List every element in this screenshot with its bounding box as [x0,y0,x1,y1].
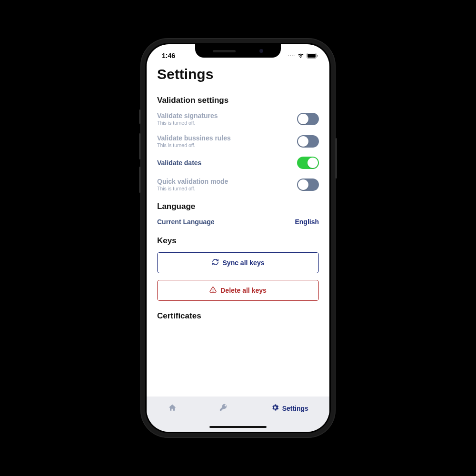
label-validate-dates: Validate dates [157,159,297,167]
refresh-icon [212,258,219,267]
key-icon [219,403,228,414]
battery-icon [307,53,318,59]
toggle-quick-validation[interactable] [297,178,319,191]
row-quick-validation[interactable]: Quick validation mode This is turned off… [157,178,319,191]
section-certificates: Certificates [157,311,319,321]
section-language: Language [157,202,319,211]
phone-frame: 1:46 ···· Settings Validation settings [140,38,336,438]
delete-keys-button[interactable]: Delete all keys [157,280,319,301]
sync-keys-label: Sync all keys [223,259,265,267]
language-value: English [295,218,319,226]
section-keys: Keys [157,236,319,246]
home-indicator[interactable] [209,426,267,428]
toggle-validate-rules[interactable] [297,135,319,148]
svg-point-4 [213,291,213,291]
sync-keys-button[interactable]: Sync all keys [157,252,319,273]
delete-keys-label: Delete all keys [220,287,267,294]
warning-icon [209,286,217,295]
gear-icon [271,403,279,413]
wifi-icon [297,53,305,59]
label-validate-signatures: Validate signatures [157,112,297,119]
row-validate-dates[interactable]: Validate dates [157,157,319,169]
tab-settings[interactable]: Settings [271,403,308,413]
tab-home[interactable] [168,403,177,414]
tab-settings-label: Settings [282,405,308,412]
label-validate-rules: Validate bussines rules [157,134,297,142]
svg-rect-1 [307,54,316,58]
sub-quick-validation: This is turned off. [157,186,297,191]
section-validation: Validation settings [157,96,319,105]
tab-keys[interactable] [219,403,228,414]
home-icon [168,403,177,414]
status-time: 1:46 [162,52,175,60]
page-title: Settings [157,66,319,82]
sub-validate-signatures: This is turned off. [157,120,297,126]
screen: 1:46 ···· Settings Validation settings [147,44,329,432]
sub-validate-rules: This is turned off. [157,142,297,148]
row-validate-signatures[interactable]: Validate signatures This is turned off. [157,112,319,126]
notch [195,44,281,58]
label-quick-validation: Quick validation mode [157,178,297,185]
tab-bar: Settings [147,397,329,432]
language-label: Current Language [157,218,215,226]
cellular-icon: ···· [288,53,295,59]
toggle-validate-signatures[interactable] [297,113,319,125]
toggle-validate-dates[interactable] [297,157,319,169]
row-validate-rules[interactable]: Validate bussines rules This is turned o… [157,134,319,148]
row-language[interactable]: Current Language English [157,218,319,226]
svg-rect-2 [317,55,318,57]
